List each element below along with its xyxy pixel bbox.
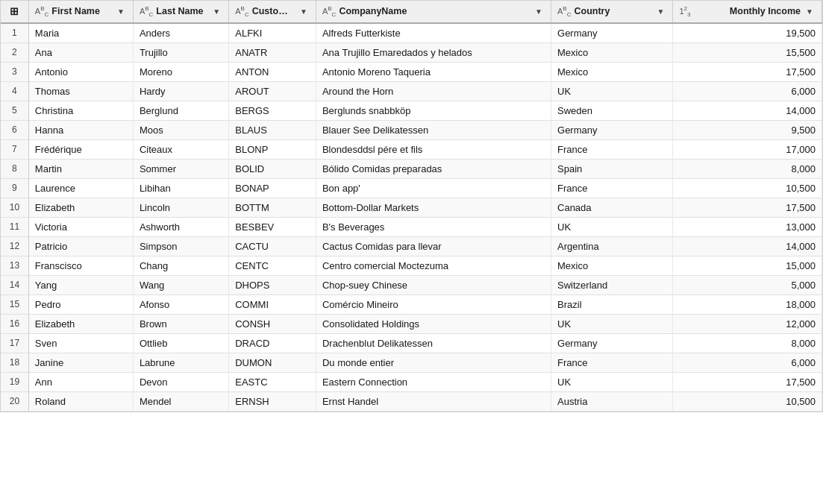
cell-customerid: DRACD (229, 333, 316, 353)
cell-income: 10,500 (673, 178, 822, 198)
cell-customerid: BERGS (229, 101, 316, 120)
col-header-country[interactable]: ABC Country ▼ (551, 1, 673, 23)
cell-firstname: Roland (28, 391, 133, 411)
filter-btn-firstname[interactable]: ▼ (115, 5, 127, 17)
cell-income: 18,000 (673, 294, 822, 314)
cell-firstname: Christina (28, 101, 133, 120)
cell-country: France (551, 353, 673, 372)
row-number: 18 (1, 353, 28, 372)
cell-customerid: CENTC (229, 256, 316, 275)
row-number: 20 (1, 391, 28, 411)
cell-firstname: Janine (28, 353, 133, 372)
cell-lastname: Libihan (133, 178, 228, 198)
filter-btn-country[interactable]: ▼ (654, 5, 666, 17)
cell-income: 15,000 (673, 256, 822, 275)
cell-customerid: BOTTM (229, 198, 316, 217)
cell-companyname: Comércio Mineiro (316, 294, 551, 314)
cell-firstname: Maria (28, 23, 133, 43)
cell-companyname: Ernst Handel (316, 391, 551, 411)
row-number: 7 (1, 139, 28, 159)
cell-income: 17,500 (673, 198, 822, 217)
grid-icon: ⊞ (10, 5, 19, 17)
table-row: 13FransciscoChangCENTCCentro comercial M… (1, 256, 822, 275)
row-number: 4 (1, 81, 28, 101)
col-header-customerid[interactable]: ABC CustomerID ▼ (229, 1, 316, 23)
cell-customerid: CACTU (229, 236, 316, 256)
table-row: 11VictoriaAshworthBESBEVB's BeveragesUK1… (1, 217, 822, 236)
cell-country: UK (551, 81, 673, 101)
table-row: 19AnnDevonEASTCEastern ConnectionUK17,50… (1, 372, 822, 391)
col-header-companyname[interactable]: ABC CompanyName ▼ (316, 1, 551, 23)
cell-lastname: Labrune (133, 353, 228, 372)
type-icon-customerid: ABC (235, 5, 248, 18)
cell-income: 8,000 (673, 333, 822, 353)
cell-companyname: Bottom-Dollar Markets (316, 198, 551, 217)
cell-country: Austria (551, 391, 673, 411)
row-number: 11 (1, 217, 28, 236)
filter-btn-customerid[interactable]: ▼ (298, 5, 310, 17)
cell-customerid: DUMON (229, 353, 316, 372)
cell-income: 5,000 (673, 275, 822, 294)
cell-country: Mexico (551, 256, 673, 275)
cell-income: 12,000 (673, 314, 822, 333)
row-number: 17 (1, 333, 28, 353)
cell-companyname: Berglunds snabbköp (316, 101, 551, 120)
col-header-firstname[interactable]: ABC First Name ▼ (28, 1, 133, 23)
row-number: 5 (1, 101, 28, 120)
row-number: 9 (1, 178, 28, 198)
cell-firstname: Martin (28, 159, 133, 178)
cell-lastname: Anders (133, 23, 228, 43)
cell-lastname: Afonso (133, 294, 228, 314)
table-row: 15PedroAfonsoCOMMIComércio MineiroBrazil… (1, 294, 822, 314)
cell-country: Germany (551, 333, 673, 353)
filter-btn-lastname[interactable]: ▼ (210, 5, 222, 17)
table-row: 4ThomasHardyAROUTAround the HornUK6,000 (1, 81, 822, 101)
table-header-row: ⊞ ABC First Name ▼ ABC Last Name ▼ (1, 1, 822, 23)
row-number: 1 (1, 23, 28, 43)
cell-customerid: BLONP (229, 139, 316, 159)
col-label-country: Country (574, 6, 651, 16)
cell-lastname: Trujillo (133, 42, 228, 62)
cell-customerid: ALFKI (229, 23, 316, 43)
cell-customerid: ANATR (229, 42, 316, 62)
cell-country: Canada (551, 198, 673, 217)
table-row: 6HannaMoosBLAUSBlauer See DelikatessenGe… (1, 120, 822, 139)
cell-lastname: Berglund (133, 101, 228, 120)
row-number: 15 (1, 294, 28, 314)
cell-income: 6,000 (673, 81, 822, 101)
col-header-income[interactable]: 123 Monthly Income ▼ (673, 1, 822, 23)
type-icon-income: 123 (679, 5, 690, 18)
col-label-lastname: Last Name (156, 6, 207, 16)
type-icon-country: ABC (557, 5, 571, 18)
table-body: 1MariaAndersALFKIAlfreds FutterkisteGerm… (1, 23, 822, 412)
cell-firstname: Patricio (28, 236, 133, 256)
cell-country: Argentina (551, 236, 673, 256)
row-number: 10 (1, 198, 28, 217)
table-row: 8MartinSommerBOLIDBólido Comidas prepara… (1, 159, 822, 178)
cell-lastname: Hardy (133, 81, 228, 101)
table-row: 16ElizabethBrownCONSHConsolidated Holdin… (1, 314, 822, 333)
cell-companyname: Consolidated Holdings (316, 314, 551, 333)
cell-lastname: Sommer (133, 159, 228, 178)
cell-lastname: Ashworth (133, 217, 228, 236)
col-header-lastname[interactable]: ABC Last Name ▼ (133, 1, 228, 23)
cell-lastname: Moos (133, 120, 228, 139)
filter-btn-companyname[interactable]: ▼ (533, 5, 545, 17)
table-row: 18JanineLabruneDUMONDu monde entierFranc… (1, 353, 822, 372)
filter-btn-income[interactable]: ▼ (804, 5, 816, 17)
table-row: 20RolandMendelERNSHErnst HandelAustria10… (1, 391, 822, 411)
cell-companyname: B's Beverages (316, 217, 551, 236)
type-icon-firstname: ABC (35, 5, 48, 18)
table-row: 2AnaTrujilloANATRAna Trujillo Emaredados… (1, 42, 822, 62)
cell-companyname: Drachenblut Delikatessen (316, 333, 551, 353)
cell-income: 17,000 (673, 139, 822, 159)
cell-income: 19,500 (673, 23, 822, 43)
table-row: 5ChristinaBerglundBERGSBerglunds snabbkö… (1, 101, 822, 120)
row-number: 2 (1, 42, 28, 62)
row-number: 8 (1, 159, 28, 178)
cell-customerid: BLAUS (229, 120, 316, 139)
cell-country: France (551, 178, 673, 198)
table-row: 17SvenOttliebDRACDDrachenblut Delikatess… (1, 333, 822, 353)
cell-income: 10,500 (673, 391, 822, 411)
row-number: 6 (1, 120, 28, 139)
